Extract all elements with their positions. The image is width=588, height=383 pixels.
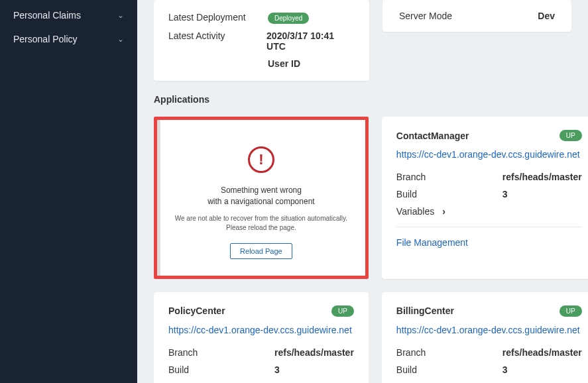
status-badge: UP [559,130,582,141]
branch-label: Branch [396,347,502,358]
latest-activity-value: 2020/3/17 10:41 UTC [266,30,355,52]
error-title: Something went wrong with a navigational… [207,185,314,207]
build-value: 3 [502,364,508,375]
deployed-badge: Deployed [268,13,309,24]
blank-label [168,58,268,69]
build-label: Build [396,189,502,199]
app-card-billingcenter: BillingCenter UP https://cc-dev1.orange-… [382,292,588,383]
branch-label: Branch [168,347,274,358]
file-management-link[interactable]: File Management [396,237,582,248]
app-card-contactmanager: ContactManager UP https://cc-dev1.orange… [382,117,588,279]
top-row: Latest Deployment Deployed Latest Activi… [154,0,571,81]
build-value: 3 [274,364,280,375]
variables-toggle[interactable]: Variables › [396,206,582,227]
reload-page-button[interactable]: Reload Page [230,243,292,259]
variables-label: Variables [396,206,434,217]
chevron-down-icon: ⌄ [117,34,124,44]
branch-value: refs/heads/master [274,347,354,358]
server-mode-label: Server Mode [399,11,452,21]
sidebar-item-personal-policy[interactable]: Personal Policy ⌄ [0,27,137,51]
app-url-link[interactable]: https://cc-dev1.orange-dev.ccs.guidewire… [396,149,582,160]
status-badge: UP [559,305,582,317]
main-content: Latest Deployment Deployed Latest Activi… [137,0,588,383]
deployment-info-card: Latest Deployment Deployed Latest Activi… [154,0,369,81]
app-name: PolicyCenter [168,305,225,316]
sidebar: Personal Claims ⌄ Personal Policy ⌄ [0,0,137,383]
app-url-link[interactable]: https://cc-dev1.orange-dev.ccs.guidewire… [168,325,354,335]
build-label: Build [168,364,274,375]
sidebar-item-label: Personal Policy [13,34,78,44]
app-name: ContactManager [396,131,469,141]
applications-title: Applications [154,94,571,105]
applications-grid: ! Something went wrong with a navigation… [154,117,571,383]
branch-value: refs/heads/master [502,172,582,182]
status-badge: UP [331,305,354,317]
latest-activity-label: Latest Activity [168,30,266,52]
branch-label: Branch [396,172,502,182]
alert-icon: ! [248,146,274,173]
server-mode-value: Dev [538,11,555,21]
build-value: 3 [502,189,508,199]
error-message: We are not able to recover from the situ… [175,214,347,233]
error-card: ! Something went wrong with a navigation… [154,117,369,279]
app-name: BillingCenter [396,305,454,316]
build-label: Build [396,364,502,375]
chevron-right-icon: › [442,206,445,217]
chevron-down-icon: ⌄ [117,11,124,20]
user-id-label: User ID [268,58,300,69]
server-mode-card: Server Mode Dev [382,0,571,32]
app-card-policycenter: PolicyCenter UP https://cc-dev1.orange-d… [154,292,369,383]
sidebar-item-label: Personal Claims [13,10,81,21]
app-url-link[interactable]: https://cc-dev1.orange-dev.ccs.guidewire… [396,325,582,335]
latest-deployment-label: Latest Deployment [168,12,268,24]
sidebar-item-personal-claims[interactable]: Personal Claims ⌄ [0,3,137,27]
branch-value: refs/heads/master [502,347,582,358]
